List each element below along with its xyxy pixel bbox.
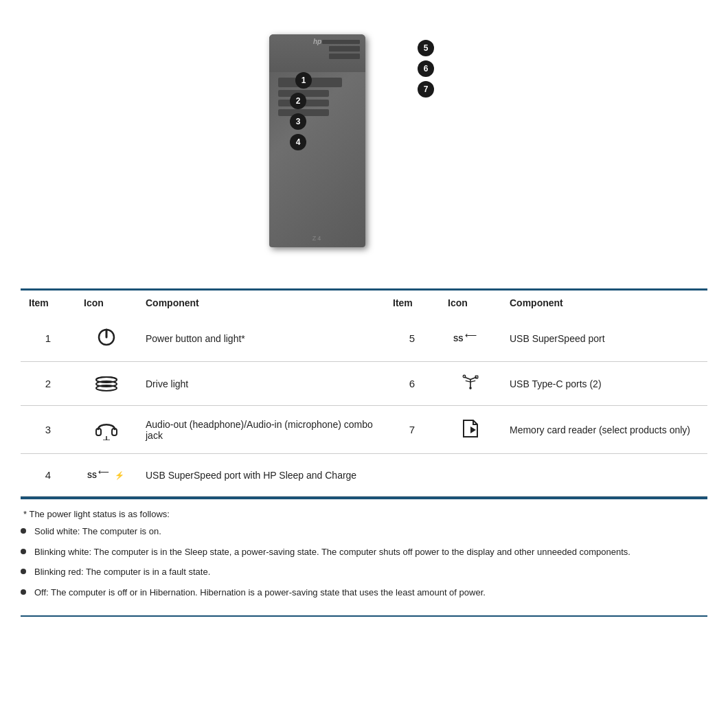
- header-icon-left: Icon: [76, 291, 137, 315]
- header-component-right: Component: [501, 291, 707, 315]
- bullet-text-2: Blinking white: The computer is in the S…: [34, 545, 630, 559]
- table-row: 2 Drive light 6: [21, 362, 707, 406]
- list-item: Off: The computer is off or in Hibernati…: [21, 586, 707, 600]
- bullet-dot: [21, 589, 26, 595]
- callout-7: 7: [418, 81, 434, 98]
- icon-2: [76, 362, 137, 406]
- component-6: USB Type-C ports (2): [501, 362, 707, 406]
- diagram-wrapper: Z4 1 2 3 4 5 6 7: [254, 27, 474, 268]
- svg-line-11: [470, 380, 475, 382]
- usb-typec-icon: [458, 374, 483, 391]
- header-component-left: Component: [137, 291, 385, 315]
- bullet-list: Solid white: The computer is on. Blinkin…: [21, 525, 707, 599]
- power-icon: [95, 326, 117, 348]
- item-3: 3: [21, 406, 76, 454]
- table-header-row: Item Icon Component Item Icon Component: [21, 291, 707, 315]
- item-7: 7: [385, 406, 440, 454]
- svg-text:SS: SS: [453, 334, 463, 343]
- bullet-text-3: Blinking red: The computer is in a fault…: [34, 565, 210, 579]
- usb-ss-icon: SS ⟵: [453, 328, 488, 346]
- item-empty: [385, 454, 440, 497]
- callout-3: 3: [290, 113, 306, 130]
- icon-7: [440, 406, 501, 454]
- table-row: 4 SS ⟵ ⚡ USB SuperSpeed port with HP Sle…: [21, 454, 707, 497]
- table-row: 3 Audio-out (headphone)/Audio-in (microp…: [21, 406, 707, 454]
- item-5: 5: [385, 315, 440, 362]
- usb-ss-charge-icon: SS ⟵ ⚡: [87, 465, 126, 483]
- svg-text:⚡: ⚡: [115, 470, 124, 480]
- component-1: Power button and light*: [137, 315, 385, 362]
- item-4: 4: [21, 454, 76, 497]
- bullet-dot: [21, 569, 26, 574]
- component-7: Memory card reader (select products only…: [501, 406, 707, 454]
- component-empty: [501, 454, 707, 497]
- header-icon-right: Icon: [440, 291, 501, 315]
- svg-text:⟵: ⟵: [465, 330, 477, 339]
- item-6: 6: [385, 362, 440, 406]
- icon-1: [76, 315, 137, 362]
- headphone-icon: [95, 417, 118, 440]
- bullet-text-4: Off: The computer is off or in Hibernati…: [34, 586, 486, 600]
- bullet-dot: [21, 549, 26, 554]
- list-item: Solid white: The computer is on.: [21, 525, 707, 538]
- notes-section: * The power light status is as follows: …: [21, 498, 707, 617]
- item-2: 2: [21, 362, 76, 406]
- svg-point-14: [469, 387, 472, 389]
- icon-empty: [440, 454, 501, 497]
- svg-point-12: [463, 375, 466, 378]
- list-item: Blinking white: The computer is in the S…: [21, 545, 707, 559]
- table-container: Item Icon Component Item Icon Component …: [21, 288, 707, 498]
- icon-3: [76, 406, 137, 454]
- notes-header: * The power light status is as follows:: [21, 509, 707, 519]
- callout-1: 1: [295, 72, 312, 89]
- item-1: 1: [21, 315, 76, 362]
- icon-5: SS ⟵: [440, 315, 501, 362]
- computer-diagram: Z4 1 2 3 4 5 6 7: [21, 14, 707, 288]
- memory-card-icon: [461, 418, 480, 440]
- svg-text:⟵: ⟵: [98, 468, 109, 476]
- svg-text:SS: SS: [87, 472, 97, 479]
- callout-6: 6: [418, 60, 434, 77]
- component-3: Audio-out (headphone)/Audio-in (micropho…: [137, 406, 385, 454]
- list-item: Blinking red: The computer is in a fault…: [21, 565, 707, 579]
- callout-2: 2: [290, 93, 306, 109]
- callout-4: 4: [290, 134, 306, 150]
- drive-light-icon: [94, 373, 119, 392]
- tower-image: Z4: [269, 34, 365, 247]
- table-row: 1 Power button and light* 5 SS: [21, 315, 707, 362]
- component-2: Drive light: [137, 362, 385, 406]
- svg-line-10: [466, 380, 470, 382]
- component-4: USB SuperSpeed port with HP Sleep and Ch…: [137, 454, 385, 497]
- bullet-text-1: Solid white: The computer is on.: [34, 525, 161, 538]
- icon-6: [440, 362, 501, 406]
- header-item-left: Item: [21, 291, 76, 315]
- component-table: Item Icon Component Item Icon Component …: [21, 291, 707, 497]
- bullet-dot: [21, 528, 26, 534]
- svg-marker-19: [470, 426, 476, 433]
- callout-5: 5: [418, 40, 434, 56]
- header-item-right: Item: [385, 291, 440, 315]
- component-5: USB SuperSpeed port: [501, 315, 707, 362]
- icon-4: SS ⟵ ⚡: [76, 454, 137, 497]
